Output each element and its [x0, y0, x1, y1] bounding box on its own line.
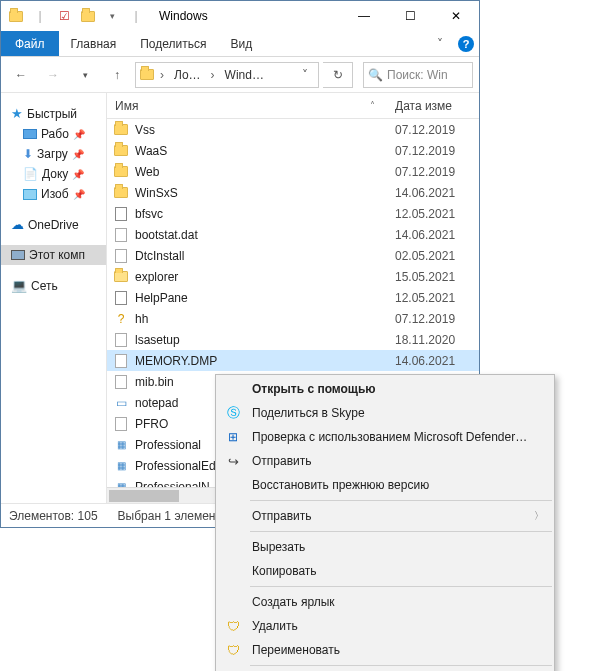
- refresh-button[interactable]: ↻: [323, 62, 353, 88]
- ctx-defender-scan[interactable]: ⊞ Проверка с использованием Microsoft De…: [216, 425, 554, 449]
- scrollbar-thumb[interactable]: [109, 490, 179, 502]
- ctx-copy[interactable]: Копировать: [216, 559, 554, 583]
- ctx-share[interactable]: ↪ Отправить: [216, 449, 554, 473]
- nav-back-button[interactable]: ←: [7, 62, 35, 88]
- file-type-icon: [113, 206, 129, 222]
- search-icon: 🔍: [368, 68, 383, 82]
- tree-pin-label: Рабо: [41, 127, 69, 141]
- tree-this-pc[interactable]: Этот комп: [1, 245, 106, 265]
- tree-pin-label: Загру: [37, 147, 68, 161]
- file-row[interactable]: DtcInstall02.05.2021: [107, 245, 479, 266]
- nav-forward-button[interactable]: →: [39, 62, 67, 88]
- tree-downloads-pin[interactable]: ⬇ Загру 📌: [1, 144, 106, 164]
- tree-quick-access[interactable]: ★ Быстрый: [1, 103, 106, 124]
- ribbon-collapse-icon[interactable]: ˅: [427, 31, 453, 56]
- ctx-cut[interactable]: Вырезать: [216, 535, 554, 559]
- help-button[interactable]: ?: [453, 31, 479, 56]
- share-icon: ↪: [228, 454, 239, 469]
- file-type-icon: ▦: [113, 437, 129, 453]
- close-button[interactable]: ✕: [433, 1, 479, 31]
- maximize-button[interactable]: ☐: [387, 1, 433, 31]
- tree-documents-pin[interactable]: 📄 Доку 📌: [1, 164, 106, 184]
- breadcrumb-seg1[interactable]: Ло…: [170, 68, 205, 82]
- address-folder-icon: [140, 69, 154, 80]
- ribbon-tab-view[interactable]: Вид: [218, 31, 264, 56]
- file-row[interactable]: WaaS07.12.2019: [107, 140, 479, 161]
- file-name: DtcInstall: [135, 249, 395, 263]
- file-type-icon: [113, 374, 129, 390]
- qa-dropdown-icon[interactable]: ▾: [101, 5, 123, 27]
- cloud-icon: ☁: [11, 217, 24, 232]
- ctx-send-to[interactable]: Отправить 〉: [216, 504, 554, 528]
- address-dropdown-icon[interactable]: ˅: [296, 68, 314, 82]
- file-name: bootstat.dat: [135, 228, 395, 242]
- file-name: Web: [135, 165, 395, 179]
- pc-icon: [11, 250, 25, 260]
- qa-sep2: |: [125, 5, 147, 27]
- qa-sep: |: [29, 5, 51, 27]
- status-count: Элементов: 105: [9, 509, 98, 523]
- ctx-open-with[interactable]: Открыть с помощью: [216, 377, 554, 401]
- tree-onedrive-label: OneDrive: [28, 218, 79, 232]
- search-placeholder: Поиск: Win: [387, 68, 448, 82]
- file-row[interactable]: explorer15.05.2021: [107, 266, 479, 287]
- ctx-skype-share[interactable]: Ⓢ Поделиться в Skype: [216, 401, 554, 425]
- column-header-name[interactable]: Имя ˄: [107, 99, 395, 113]
- file-type-icon: [113, 269, 129, 285]
- shield-icon: 🛡: [227, 619, 240, 634]
- context-menu: Открыть с помощью Ⓢ Поделиться в Skype ⊞…: [215, 374, 555, 671]
- file-date: 07.12.2019: [395, 123, 479, 137]
- documents-icon: 📄: [23, 167, 38, 181]
- ctx-restore-version[interactable]: Восстановить прежнюю версию: [216, 473, 554, 497]
- file-name: WinSxS: [135, 186, 395, 200]
- file-row[interactable]: HelpPane12.05.2021: [107, 287, 479, 308]
- file-row[interactable]: bootstat.dat14.06.2021: [107, 224, 479, 245]
- minimize-button[interactable]: —: [341, 1, 387, 31]
- file-type-icon: [113, 353, 129, 369]
- file-type-icon: [113, 290, 129, 306]
- tree-network[interactable]: 💻 Сеть: [1, 275, 106, 296]
- file-row[interactable]: Web07.12.2019: [107, 161, 479, 182]
- address-bar[interactable]: Ло… Wind… ˅: [135, 62, 319, 88]
- ctx-rename[interactable]: 🛡 Переименовать: [216, 638, 554, 662]
- breadcrumb-seg2[interactable]: Wind…: [221, 68, 268, 82]
- qa-properties-icon[interactable]: ☑: [53, 5, 75, 27]
- tree-desktop-pin[interactable]: Рабо 📌: [1, 124, 106, 144]
- ctx-delete[interactable]: 🛡 Удалить: [216, 614, 554, 638]
- file-name: Vss: [135, 123, 395, 137]
- ribbon: Файл Главная Поделиться Вид ˅ ?: [1, 31, 479, 57]
- submenu-arrow-icon: 〉: [534, 509, 544, 523]
- ribbon-file-tab[interactable]: Файл: [1, 31, 59, 56]
- file-date: 14.06.2021: [395, 228, 479, 242]
- pictures-icon: [23, 189, 37, 200]
- file-row[interactable]: WinSxS14.06.2021: [107, 182, 479, 203]
- tree-onedrive[interactable]: ☁ OneDrive: [1, 214, 106, 235]
- search-input[interactable]: 🔍 Поиск: Win: [363, 62, 473, 88]
- downloads-icon: ⬇: [23, 147, 33, 161]
- ctx-separator: [250, 500, 552, 501]
- file-type-icon: ?: [113, 311, 129, 327]
- file-row[interactable]: lsasetup18.11.2020: [107, 329, 479, 350]
- nav-up-button[interactable]: ↑: [103, 62, 131, 88]
- qa-newfolder-icon[interactable]: [77, 5, 99, 27]
- file-date: 18.11.2020: [395, 333, 479, 347]
- file-row[interactable]: ?hh07.12.2019: [107, 308, 479, 329]
- file-row[interactable]: Vss07.12.2019: [107, 119, 479, 140]
- list-header: Имя ˄ Дата изме: [107, 93, 479, 119]
- ribbon-tab-home[interactable]: Главная: [59, 31, 129, 56]
- ribbon-tab-share[interactable]: Поделиться: [128, 31, 218, 56]
- file-row[interactable]: MEMORY.DMP14.06.2021: [107, 350, 479, 371]
- quick-access-toolbar: | ☑ ▾ |: [1, 5, 151, 27]
- nav-recent-icon[interactable]: ▾: [71, 62, 99, 88]
- window-title: Windows: [151, 9, 341, 23]
- ctx-create-shortcut[interactable]: Создать ярлык: [216, 590, 554, 614]
- file-name: HelpPane: [135, 291, 395, 305]
- file-type-icon: [113, 332, 129, 348]
- sort-indicator-icon: ˄: [370, 100, 375, 111]
- tree-pictures-pin[interactable]: Изоб 📌: [1, 184, 106, 204]
- file-row[interactable]: bfsvc12.05.2021: [107, 203, 479, 224]
- file-type-icon: [113, 248, 129, 264]
- column-header-date[interactable]: Дата изме: [395, 99, 479, 113]
- tree-quick-label: Быстрый: [27, 107, 77, 121]
- tree-thispc-label: Этот комп: [29, 248, 85, 262]
